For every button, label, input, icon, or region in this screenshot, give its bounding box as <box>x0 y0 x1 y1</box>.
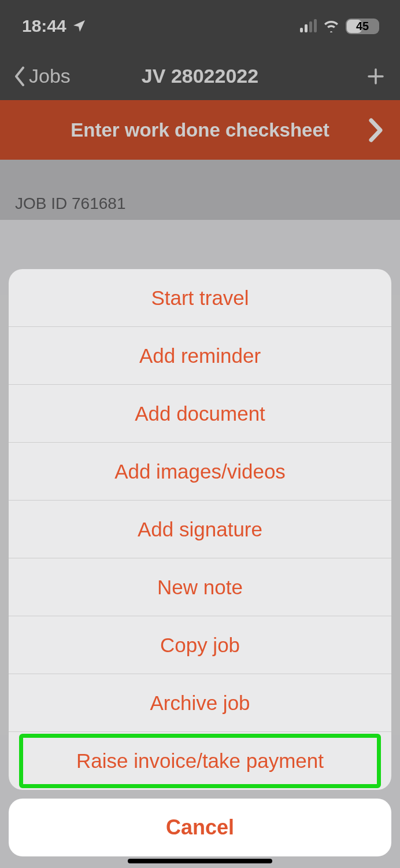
action-new-note[interactable]: New note <box>9 558 391 616</box>
back-button[interactable]: Jobs <box>14 65 71 87</box>
checksheet-banner[interactable]: Enter work done checksheet <box>0 100 400 160</box>
section-gap <box>0 160 400 194</box>
battery-level: 45 <box>356 20 369 32</box>
nav-bar: Jobs JV 28022022 <box>0 52 400 100</box>
status-right: 45 <box>300 19 379 34</box>
action-add-reminder[interactable]: Add reminder <box>9 327 391 385</box>
action-copy-job[interactable]: Copy job <box>9 616 391 674</box>
status-left: 18:44 <box>22 16 86 36</box>
status-bar: 18:44 45 <box>0 0 400 52</box>
action-archive-job[interactable]: Archive job <box>9 674 391 732</box>
action-sheet: Start travel Add reminder Add document A… <box>9 269 391 856</box>
action-label: Add reminder <box>139 344 261 367</box>
action-label: Archive job <box>150 692 250 715</box>
action-add-signature[interactable]: Add signature <box>9 501 391 558</box>
action-label: Start travel <box>151 286 249 310</box>
chevron-right-icon <box>368 118 384 142</box>
location-icon <box>72 19 86 33</box>
cancel-label: Cancel <box>166 815 234 840</box>
action-add-images-videos[interactable]: Add images/videos <box>9 443 391 501</box>
action-label: Add document <box>135 402 265 425</box>
action-add-document[interactable]: Add document <box>9 385 391 443</box>
action-start-travel[interactable]: Start travel <box>9 269 391 327</box>
action-raise-invoice[interactable]: Raise invoice/take payment <box>9 732 391 790</box>
signal-icon <box>300 20 317 32</box>
battery-icon: 45 <box>346 19 379 34</box>
wifi-icon <box>323 20 340 32</box>
banner-label: Enter work done checksheet <box>71 119 329 141</box>
action-sheet-group: Start travel Add reminder Add document A… <box>9 269 391 790</box>
add-button[interactable] <box>365 66 386 87</box>
home-indicator <box>128 859 272 863</box>
status-time: 18:44 <box>22 16 66 36</box>
cancel-button[interactable]: Cancel <box>9 799 391 856</box>
action-label: Add images/videos <box>114 460 286 483</box>
action-label: Raise invoice/take payment <box>76 749 324 773</box>
action-label: Add signature <box>138 518 262 541</box>
back-label: Jobs <box>29 65 71 87</box>
action-label: New note <box>157 576 243 599</box>
action-label: Copy job <box>160 634 240 657</box>
